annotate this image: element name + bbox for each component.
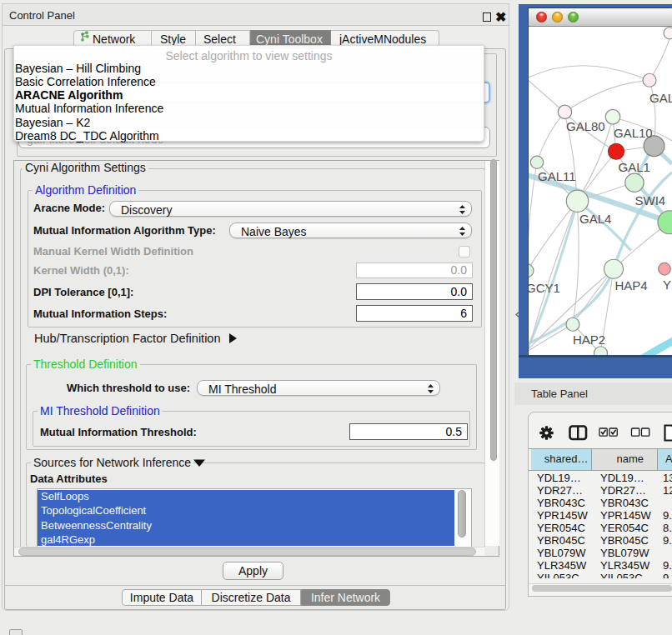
svg-text:GAL80: GAL80	[566, 118, 605, 132]
svg-text:Y: Y	[663, 278, 671, 292]
svg-text:HAP4: HAP4	[615, 278, 648, 292]
svg-text:SWI4: SWI4	[635, 192, 666, 207]
svg-text:HAP2: HAP2	[573, 332, 605, 346]
svg-text:GAL1: GAL1	[619, 159, 650, 173]
svg-text:GAL11: GAL11	[538, 168, 576, 182]
svg-text:GAL4: GAL4	[579, 212, 611, 226]
svg-text:GAL10: GAL10	[614, 125, 653, 139]
svg-text:GCY1: GCY1	[529, 280, 560, 294]
svg-text:GAL: GAL	[649, 90, 672, 104]
